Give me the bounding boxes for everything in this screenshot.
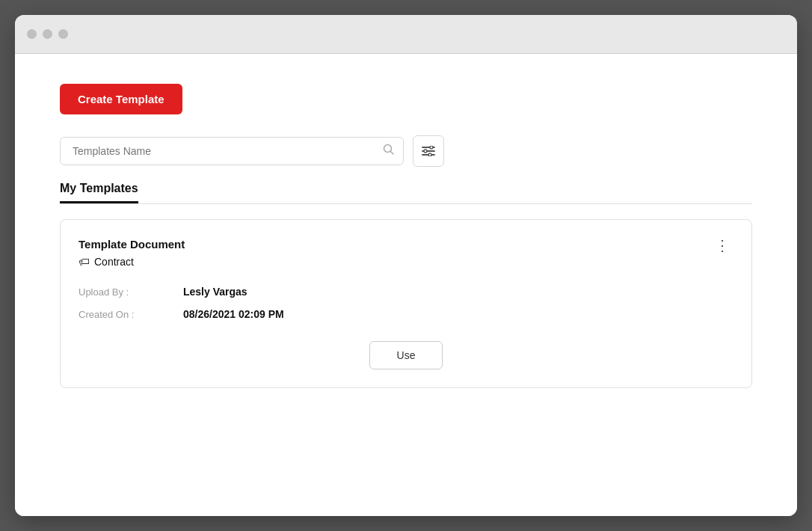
card-title: Template Document <box>79 238 185 251</box>
tag-icon: 🏷 <box>79 255 90 268</box>
svg-point-7 <box>428 153 431 156</box>
app-window: Create Template <box>15 15 797 516</box>
created-on-label: Created On : <box>79 309 183 320</box>
search-input[interactable] <box>60 137 404 165</box>
upload-by-value: Lesly Vargas <box>183 286 247 298</box>
meta-row-uploader: Upload By : Lesly Vargas <box>79 286 733 298</box>
tab-row: My Templates <box>60 182 752 204</box>
card-header: Template Document 🏷 Contract ⋮ <box>79 238 733 283</box>
traffic-lights <box>27 29 68 39</box>
traffic-light-close[interactable] <box>27 29 37 39</box>
card-title-area: Template Document 🏷 Contract <box>79 238 185 283</box>
created-on-value: 08/26/2021 02:09 PM <box>183 308 284 320</box>
card-footer: Use <box>79 341 733 369</box>
traffic-light-maximize[interactable] <box>58 29 68 39</box>
svg-point-3 <box>430 146 433 149</box>
more-options-button[interactable]: ⋮ <box>712 238 733 253</box>
template-card: Template Document 🏷 Contract ⋮ Upload By… <box>60 219 752 388</box>
svg-point-5 <box>424 150 427 153</box>
tab-my-templates[interactable]: My Templates <box>60 182 138 203</box>
create-template-button[interactable]: Create Template <box>60 84 182 114</box>
meta-row-created: Created On : 08/26/2021 02:09 PM <box>79 308 733 320</box>
upload-by-label: Upload By : <box>79 286 183 298</box>
search-row <box>60 135 752 167</box>
window-content: Create Template <box>15 54 797 516</box>
titlebar <box>15 15 797 54</box>
filter-button[interactable] <box>413 135 444 167</box>
search-wrapper <box>60 137 404 165</box>
card-tag: 🏷 Contract <box>79 255 185 268</box>
traffic-light-minimize[interactable] <box>43 29 52 39</box>
tag-label: Contract <box>94 256 134 268</box>
use-template-button[interactable]: Use <box>369 341 443 369</box>
card-meta: Upload By : Lesly Vargas Created On : 08… <box>79 286 733 320</box>
